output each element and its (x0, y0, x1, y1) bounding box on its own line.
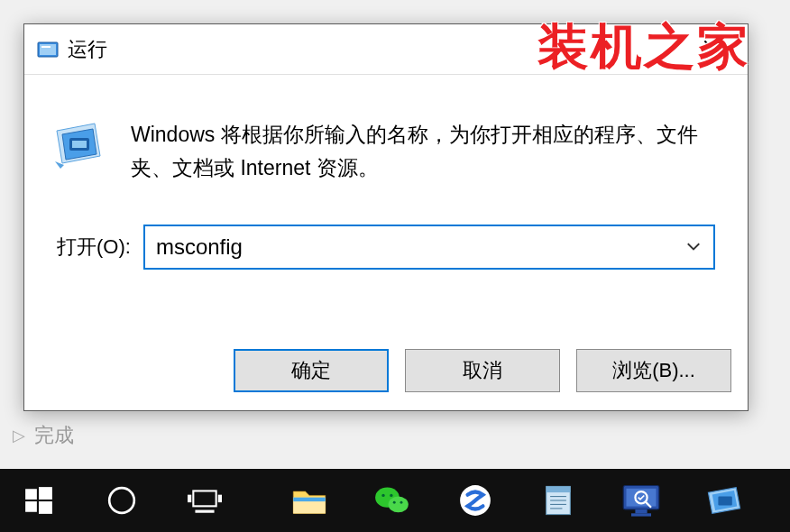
svg-rect-14 (193, 491, 216, 506)
svg-rect-36 (635, 509, 647, 513)
svg-point-22 (381, 494, 384, 497)
dialog-title: 运行 (68, 36, 107, 63)
notepad-icon (540, 482, 576, 518)
svg-rect-11 (25, 501, 37, 512)
cancel-button[interactable]: 取消 (405, 349, 560, 392)
svg-point-21 (389, 497, 409, 513)
taskbar (0, 469, 790, 532)
background-status: ▷ 完成 (13, 422, 74, 449)
button-bar: 确定 取消 浏览(B)... (24, 338, 748, 410)
windows-icon (23, 485, 54, 516)
sogou-button[interactable] (442, 472, 509, 529)
wechat-button[interactable] (359, 472, 426, 529)
circle-icon (106, 485, 137, 516)
svg-point-25 (400, 501, 403, 504)
svg-rect-37 (631, 513, 651, 516)
svg-rect-9 (25, 489, 37, 500)
svg-rect-28 (547, 486, 571, 492)
svg-rect-16 (218, 495, 222, 502)
dialog-body: Windows 将根据你所输入的名称，为你打开相应的程序、文件夹、文档或 Int… (24, 75, 748, 338)
svg-point-24 (393, 501, 396, 504)
wechat-icon (374, 484, 410, 517)
svg-rect-1 (40, 44, 56, 55)
svg-point-23 (390, 494, 392, 497)
svg-rect-8 (72, 141, 87, 148)
open-label: 打开(O): (57, 234, 131, 261)
close-icon (703, 40, 723, 60)
ok-button[interactable]: 确定 (234, 349, 389, 392)
run-taskbar-icon (704, 484, 744, 517)
cortana-button[interactable] (88, 472, 155, 529)
svg-rect-15 (188, 495, 191, 502)
run-taskbar-button[interactable] (691, 472, 758, 529)
background-status-text: 完成 (34, 422, 74, 449)
notepad-button[interactable] (525, 472, 592, 529)
folder-icon (291, 485, 327, 516)
monitor-icon (621, 483, 661, 518)
run-icon (37, 39, 59, 60)
browse-button[interactable]: 浏览(B)... (576, 349, 731, 392)
svg-point-13 (109, 488, 134, 513)
chevron-down-icon[interactable] (683, 237, 704, 256)
svg-rect-40 (718, 497, 731, 506)
taskview-button[interactable] (171, 472, 238, 529)
close-button[interactable] (686, 30, 740, 69)
run-dialog: 运行 Windows 将根据你所输入的名称，为你打开相应的程序、文件夹、文档或 … (23, 23, 749, 411)
open-combobox[interactable] (143, 225, 715, 270)
open-input[interactable] (156, 234, 683, 260)
dialog-description: Windows 将根据你所输入的名称，为你打开相应的程序、文件夹、文档或 Int… (131, 116, 715, 185)
svg-rect-10 (39, 487, 52, 500)
explorer-button[interactable] (276, 472, 343, 529)
sogou-icon (458, 483, 492, 518)
svg-rect-12 (39, 501, 52, 514)
monitor-app-button[interactable] (608, 472, 675, 529)
taskview-icon (188, 487, 222, 514)
svg-rect-2 (41, 46, 51, 48)
start-button[interactable] (5, 472, 72, 529)
svg-rect-17 (195, 510, 214, 513)
svg-rect-19 (293, 498, 326, 501)
titlebar: 运行 (24, 24, 748, 75)
run-large-icon (51, 122, 106, 172)
play-icon: ▷ (13, 426, 25, 445)
